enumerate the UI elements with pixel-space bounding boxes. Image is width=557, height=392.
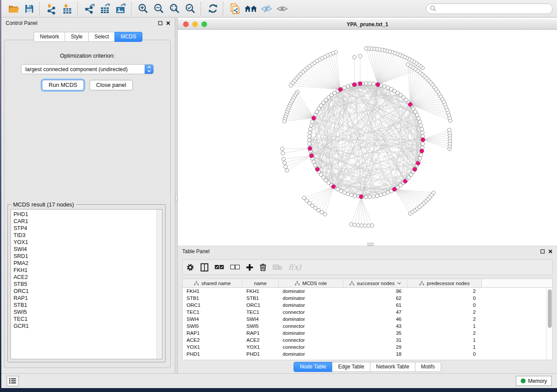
show-columns-button[interactable]: [201, 263, 208, 272]
column-header-name[interactable]: name: [242, 279, 279, 288]
mcds-result-item[interactable]: STB1: [12, 302, 155, 309]
deselect-all-button[interactable]: [230, 265, 240, 270]
mcds-result-list[interactable]: PHD1CAR1STP4TID3YOX1SWI4SRD1PMA2FKH1ACE2…: [10, 209, 163, 359]
optimization-criterion-label: Optimization criterion:: [4, 52, 170, 59]
mcds-result-item[interactable]: STB5: [12, 281, 155, 288]
column-header-MCDS-role[interactable]: MCDS role: [279, 279, 343, 288]
refresh-button[interactable]: [205, 2, 221, 16]
deselect-all-icon: [230, 265, 240, 270]
mcds-result-item[interactable]: SRD1: [12, 253, 155, 260]
float-panel-icon[interactable]: [540, 249, 545, 254]
import-table-button[interactable]: [59, 2, 75, 16]
column-header-shared-name[interactable]: shared name: [183, 279, 242, 288]
float-panel-icon[interactable]: [158, 21, 163, 25]
function-builder-button[interactable]: f(x): [288, 263, 301, 272]
table-scrollbar[interactable]: [546, 288, 552, 360]
close-panel-icon[interactable]: [166, 21, 170, 25]
table-cell: YOX1: [242, 344, 279, 350]
export-table-button[interactable]: [97, 2, 113, 16]
delete-column-button[interactable]: [259, 263, 266, 271]
table-row[interactable]: PHD1PHD1dominator180: [183, 351, 552, 358]
export-network-button[interactable]: [82, 2, 97, 16]
run-mcds-button[interactable]: Run MCDS: [42, 80, 84, 90]
table-row[interactable]: FKH1FKH1dominator962: [183, 288, 552, 295]
table-settings-button[interactable]: [186, 263, 194, 272]
table-header-row: shared namenameMCDS rolesuccessor nodesp…: [183, 279, 552, 288]
tab-edge-table[interactable]: Edge Table: [332, 362, 370, 372]
close-panel-button[interactable]: Close panel: [90, 80, 133, 90]
vertical-splitter-handle[interactable]: [175, 195, 177, 201]
table-row[interactable]: RAP1RAP1dominator352: [183, 330, 552, 337]
network-window-titlebar[interactable]: YPA_prune.txt_1: [178, 19, 557, 30]
save-session-button[interactable]: [21, 2, 37, 16]
tab-select[interactable]: Select: [88, 32, 115, 42]
main-toolbar: [1, 0, 557, 17]
search-input[interactable]: [439, 6, 549, 12]
mcds-tab-content: Optimization criterion: largest connecte…: [4, 40, 171, 368]
zoom-in-button[interactable]: [135, 2, 151, 16]
mcds-result-item[interactable]: SWI5: [12, 309, 155, 316]
tab-node-table[interactable]: Node Table: [294, 362, 332, 372]
memory-button[interactable]: Memory: [516, 376, 552, 386]
search-area: [426, 3, 553, 14]
tab-mcds[interactable]: MCDS: [114, 32, 142, 42]
tab-network-table[interactable]: Network Table: [370, 362, 415, 372]
mcds-result-item[interactable]: FKH1: [12, 267, 155, 274]
mcds-result-item[interactable]: STP4: [12, 225, 155, 232]
clone-network-button[interactable]: [227, 2, 243, 16]
tab-style[interactable]: Style: [65, 32, 89, 42]
network-canvas[interactable]: [178, 30, 557, 242]
table-row[interactable]: SWI5SWI5connector431: [183, 323, 552, 330]
column-header-successor-nodes[interactable]: successor nodes: [343, 279, 408, 288]
table-row[interactable]: SWI4SWI4dominator462: [183, 316, 552, 323]
mcds-result-item[interactable]: SWI4: [12, 246, 155, 253]
table-cell: STB1: [242, 296, 279, 301]
table-row[interactable]: TEC1TEC1connector472: [183, 309, 552, 316]
search-field[interactable]: [426, 3, 553, 14]
node-table: shared namenameMCDS rolesuccessor nodesp…: [182, 279, 553, 360]
table-row[interactable]: ACE2ACE2connector311: [183, 337, 552, 344]
delete-icon: [259, 263, 266, 271]
mcds-result-item[interactable]: YOX1: [12, 239, 155, 246]
mcds-result-item[interactable]: PMA2: [12, 260, 155, 267]
open-file-button[interactable]: [6, 2, 21, 16]
horizontal-splitter-handle[interactable]: [367, 243, 374, 246]
mcds-result-item[interactable]: ACE2: [12, 274, 155, 281]
mcds-result-title: MCDS result (17 nodes): [11, 201, 76, 208]
table-cell: 46: [343, 316, 408, 322]
criterion-select[interactable]: largest connected component (undirected): [21, 64, 154, 74]
table-cell: 2: [408, 289, 482, 294]
hide-eye-button[interactable]: [259, 2, 274, 16]
delete-table-button[interactable]: [273, 264, 282, 270]
show-eye-button[interactable]: [274, 2, 290, 16]
mcds-result-item[interactable]: TEC1: [12, 316, 155, 323]
mcds-list-scrollbar[interactable]: [156, 210, 162, 359]
tab-motifs[interactable]: Motifs: [415, 362, 441, 372]
vertical-splitter[interactable]: [175, 18, 178, 373]
import-network-button[interactable]: [44, 2, 59, 16]
close-panel-icon[interactable]: [548, 249, 553, 254]
tab-network[interactable]: Network: [34, 32, 65, 42]
zoom-out-button[interactable]: [151, 2, 167, 16]
table-cell: ACE2: [183, 337, 242, 343]
table-row[interactable]: ORC1ORC1dominator610: [183, 302, 552, 309]
zoom-selected-button[interactable]: [183, 2, 198, 16]
table-row[interactable]: STB1STB1dominator620: [183, 295, 552, 302]
zoom-fit-button[interactable]: [167, 2, 183, 16]
select-all-button[interactable]: [214, 265, 224, 270]
mcds-result-item[interactable]: TID3: [12, 232, 155, 239]
table-row[interactable]: YOX1YOX1connector291: [183, 344, 552, 351]
mcds-result-item[interactable]: RAP1: [12, 295, 155, 302]
export-image-button[interactable]: [113, 2, 129, 16]
show-panels-button[interactable]: [7, 376, 19, 386]
mcds-result-item[interactable]: ORC1: [12, 288, 155, 295]
column-header-predecessor-nodes[interactable]: predecessor nodes: [408, 279, 482, 288]
mcds-result-item[interactable]: CAR1: [12, 218, 155, 225]
table-scrollbar-thumb[interactable]: [548, 289, 552, 328]
table-panel-title: Table Panel: [182, 248, 210, 254]
mcds-result-item[interactable]: GCR1: [12, 323, 155, 330]
mcds-result-item[interactable]: PHD1: [12, 211, 155, 218]
add-column-button[interactable]: [246, 264, 253, 271]
toolbar-separator: [201, 2, 203, 15]
homes-button[interactable]: [243, 2, 259, 16]
